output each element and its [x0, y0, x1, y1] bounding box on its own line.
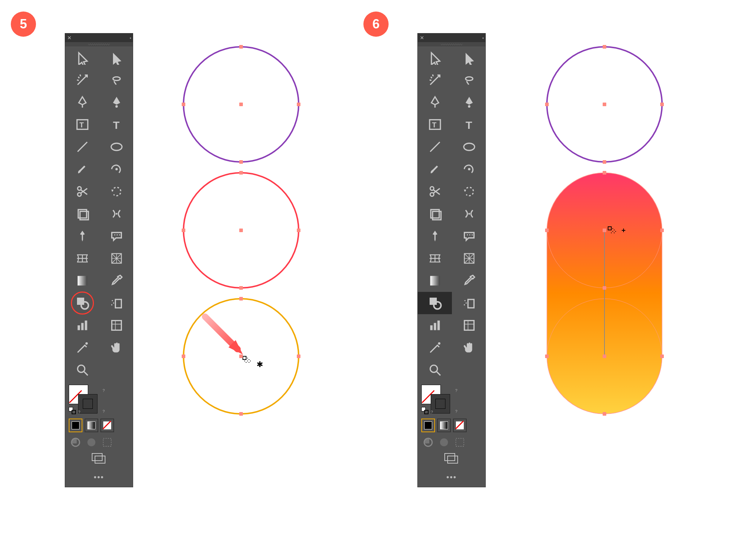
column-tool[interactable] [65, 314, 99, 337]
anchor-handle[interactable] [603, 45, 606, 49]
draw-inside[interactable] [100, 437, 114, 448]
anchor-handle[interactable] [545, 103, 549, 106]
gradient-tool[interactable] [418, 270, 452, 292]
anchor-handle[interactable] [545, 229, 549, 232]
draw-normal[interactable] [69, 437, 82, 448]
width-tool[interactable] [452, 203, 486, 225]
anchor-handle[interactable] [603, 286, 606, 290]
hand-tool[interactable] [99, 337, 133, 359]
more-tools-icon[interactable]: ••• [65, 473, 133, 487]
rotate-tool[interactable] [452, 180, 486, 203]
free-transform-tool[interactable] [65, 203, 99, 225]
pen-tool[interactable] [418, 91, 452, 113]
stroke-swatch[interactable] [78, 394, 98, 414]
type-tool[interactable]: T [99, 113, 133, 136]
fill-mode-solid[interactable] [421, 419, 435, 432]
anchor-handle[interactable] [603, 412, 606, 416]
fill-mode-solid[interactable] [69, 419, 82, 432]
draw-inside[interactable] [453, 437, 467, 448]
draw-normal[interactable] [421, 437, 435, 448]
anchor-handle[interactable] [239, 160, 243, 164]
knife-tool[interactable] [65, 337, 99, 359]
default-colors-icon[interactable] [421, 407, 429, 414]
pin-tool[interactable] [65, 225, 99, 247]
direct-selection-tool[interactable] [452, 46, 486, 69]
selection-tool[interactable] [418, 46, 452, 69]
screen-mode-icon[interactable] [92, 453, 106, 465]
mesh-tool[interactable] [99, 247, 133, 270]
lasso-tool[interactable] [452, 69, 486, 91]
lasso-tool[interactable] [99, 69, 133, 91]
rotate-tool[interactable] [99, 180, 133, 203]
anchor-handle[interactable] [660, 103, 664, 106]
brush-tool[interactable] [418, 158, 452, 180]
eraser-tool[interactable] [99, 158, 133, 180]
pin-tool[interactable] [418, 225, 452, 247]
type-tool[interactable]: T [452, 113, 486, 136]
free-transform-tool[interactable] [418, 203, 452, 225]
gradient-tool[interactable] [65, 270, 99, 292]
more-tools-icon[interactable]: ••• [418, 473, 485, 487]
zoom-tool[interactable] [418, 359, 452, 381]
anchor-handle[interactable] [239, 286, 243, 290]
fill-mode-none[interactable] [100, 419, 114, 432]
anchor-handle[interactable] [182, 229, 185, 232]
mesh-row-tool[interactable] [418, 247, 452, 270]
ellipse-tool[interactable] [452, 136, 486, 158]
mesh-tool[interactable] [452, 247, 486, 270]
symbol-spray-tool[interactable] [99, 292, 133, 314]
screen-mode-icon[interactable] [444, 453, 459, 465]
pen-tool[interactable] [65, 91, 99, 113]
panel-grip[interactable] [65, 42, 133, 46]
anchor-handle[interactable] [239, 297, 243, 301]
hand-tool[interactable] [452, 337, 486, 359]
mesh-row-tool[interactable] [65, 247, 99, 270]
fill-mode-gradient[interactable] [437, 419, 451, 432]
anchor-handle[interactable] [239, 45, 243, 49]
line-tool[interactable] [418, 136, 452, 158]
center-handle[interactable] [603, 354, 606, 358]
speech-tool[interactable] [99, 225, 133, 247]
anchor-handle[interactable] [297, 229, 300, 232]
center-handle[interactable] [239, 229, 243, 232]
eraser-tool[interactable] [452, 158, 486, 180]
line-tool[interactable] [65, 136, 99, 158]
anchor-handle[interactable] [660, 354, 664, 358]
panel-grip[interactable] [418, 42, 485, 46]
anchor-handle[interactable] [660, 229, 664, 232]
anchor-handle[interactable] [297, 354, 300, 358]
touch-type-tool[interactable]: T [65, 113, 99, 136]
fill-mode-gradient[interactable] [85, 419, 98, 432]
anchor-handle[interactable] [239, 171, 243, 175]
column-tool[interactable] [418, 314, 452, 337]
anchor-handle[interactable] [182, 354, 185, 358]
touch-type-tool[interactable]: T [418, 113, 452, 136]
stroke-swatch[interactable] [431, 394, 450, 414]
eyedropper-tool[interactable] [99, 270, 133, 292]
collapse-icon[interactable]: ‹‹ [482, 36, 483, 40]
collapse-icon[interactable]: ‹‹ [130, 36, 131, 40]
zoom-tool[interactable] [65, 359, 99, 381]
center-handle[interactable] [239, 103, 243, 106]
shape-builder-tool[interactable] [65, 292, 99, 314]
brush-tool[interactable] [65, 158, 99, 180]
symbol-spray-tool[interactable] [452, 292, 486, 314]
anchor-handle[interactable] [239, 412, 243, 416]
knife-tool[interactable] [418, 337, 452, 359]
anchor-handle[interactable] [603, 160, 606, 164]
slice-tool[interactable] [452, 314, 486, 337]
shape-builder-tool[interactable] [418, 292, 452, 314]
width-tool[interactable] [99, 203, 133, 225]
selection-tool[interactable] [65, 46, 99, 69]
scissors-tool[interactable] [418, 180, 452, 203]
curvature-tool[interactable] [452, 91, 486, 113]
default-colors-icon[interactable] [69, 407, 76, 414]
speech-tool[interactable] [452, 225, 486, 247]
anchor-handle[interactable] [182, 103, 185, 106]
draw-behind[interactable] [85, 437, 98, 448]
direct-selection-tool[interactable] [99, 46, 133, 69]
draw-behind[interactable] [437, 437, 451, 448]
anchor-handle[interactable] [603, 171, 606, 175]
center-handle[interactable] [603, 229, 606, 232]
anchor-handle[interactable] [545, 354, 549, 358]
